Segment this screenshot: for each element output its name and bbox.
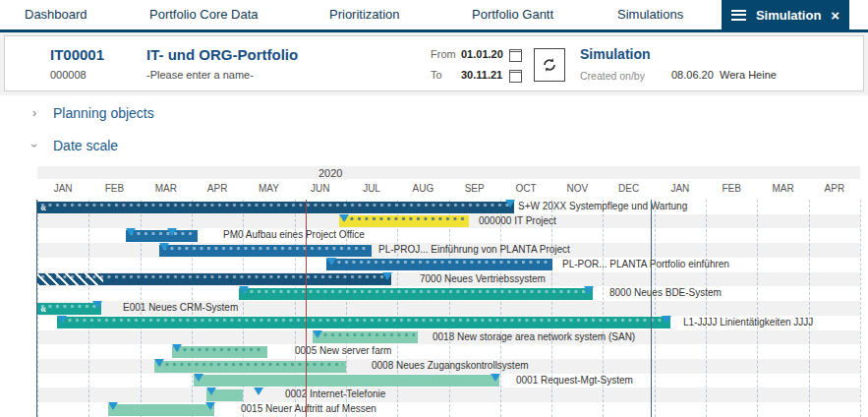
tab-simulation-active[interactable]: Simulation × xyxy=(722,0,849,30)
gantt-bar[interactable] xyxy=(172,346,267,358)
milestone-marker[interactable] xyxy=(159,243,169,251)
planning-objects-label: Planning objects xyxy=(53,105,154,121)
month-label: MAR xyxy=(757,182,808,196)
year-band xyxy=(37,166,860,179)
milestone-marker[interactable] xyxy=(313,330,322,338)
nav-item-prioritization[interactable]: Prioritization xyxy=(329,0,400,30)
gantt-bar[interactable] xyxy=(326,259,552,270)
month-label: APR xyxy=(192,182,243,196)
gantt-bar-label: 7000 Neues Vertriebssystem xyxy=(420,272,546,287)
milestone-marker[interactable] xyxy=(172,344,182,352)
month-label: SEP xyxy=(449,182,500,196)
milestone-marker[interactable] xyxy=(339,214,349,222)
gantt-bar[interactable] xyxy=(108,404,214,416)
created-by: Wera Heine xyxy=(720,69,777,81)
portfolio-name: IT- und ORG-Portfolio xyxy=(146,46,298,63)
gantt-bar[interactable] xyxy=(57,317,670,328)
month-label: DEC xyxy=(603,182,654,196)
gantt-bar[interactable] xyxy=(194,375,499,387)
month-label: NOV xyxy=(551,182,603,196)
gantt-bar[interactable] xyxy=(126,230,198,242)
chevron-down-icon: › xyxy=(28,141,41,150)
to-date-value[interactable]: 30.11.21 xyxy=(461,69,502,81)
section-planning-objects[interactable]: › Planning objects xyxy=(29,105,154,121)
milestone-marker[interactable] xyxy=(108,402,118,410)
milestone-marker[interactable] xyxy=(205,402,215,410)
milestone-marker[interactable] xyxy=(57,316,67,324)
date-scale-label: Date scale xyxy=(53,138,118,153)
today-line xyxy=(306,200,307,417)
from-date-value[interactable]: 01.01.20 xyxy=(461,48,503,60)
month-label: AUG xyxy=(397,182,448,196)
month-gridline xyxy=(860,200,861,417)
month-gridline xyxy=(706,200,707,417)
year-boundary-line xyxy=(651,200,652,417)
calendar-icon-from[interactable] xyxy=(509,49,522,62)
gantt-bar[interactable] xyxy=(239,288,593,300)
gantt-bar-label: S+W 20XX Systempflege und Wartung xyxy=(518,200,687,214)
month-label: MAR xyxy=(141,182,192,196)
year-label: 2020 xyxy=(318,167,342,179)
close-icon[interactable]: × xyxy=(831,8,839,23)
calendar-icon-to[interactable] xyxy=(509,70,522,83)
gantt-bar-label: PL-POR... PLANTA Portfolio einführen xyxy=(562,258,729,272)
gantt-bar[interactable] xyxy=(313,331,418,343)
milestone-marker[interactable] xyxy=(206,387,216,395)
milestone-marker[interactable] xyxy=(167,228,177,236)
gantt-bar[interactable] xyxy=(154,361,346,373)
milestone-marker[interactable] xyxy=(584,286,594,294)
portfolio-name-placeholder[interactable]: -Please enter a name- xyxy=(146,69,254,81)
top-nav: Dashboard Portfolio Core Data Prioritiza… xyxy=(0,0,868,32)
milestone-marker[interactable] xyxy=(254,387,263,395)
month-label: FEB xyxy=(88,182,140,196)
gantt-bar-label: 0002 Internet-Telefonie xyxy=(285,387,385,402)
portfolio-sub-id: 000008 xyxy=(50,69,87,81)
month-gridline xyxy=(655,200,656,417)
portfolio-id: IT00001 xyxy=(50,46,104,63)
chart-left-border xyxy=(36,200,37,417)
milestone-marker[interactable] xyxy=(154,359,164,367)
milestone-marker[interactable] xyxy=(126,228,136,236)
hamburger-icon[interactable] xyxy=(731,10,746,21)
gantt-bar-label: 000000 IT Project xyxy=(479,214,556,229)
gantt-bar[interactable] xyxy=(37,273,391,285)
month-label: JUL xyxy=(346,182,397,196)
chevron-right-icon: › xyxy=(29,106,39,120)
portfolio-header-card: IT00001 000008 IT- und ORG-Portfolio -Pl… xyxy=(4,35,864,91)
month-gridline xyxy=(809,200,810,417)
gantt-bar-label: 0018 New storage area network system (SA… xyxy=(433,330,635,345)
simulation-title: Simulation xyxy=(580,46,651,62)
hatched-segment xyxy=(37,273,103,285)
gantt-bar-label: PM0 Aufbau eines Project Office xyxy=(223,228,365,243)
milestone-marker[interactable] xyxy=(194,374,203,382)
section-date-scale[interactable]: › Date scale xyxy=(29,138,118,153)
app-window: Dashboard Portfolio Core Data Prioritiza… xyxy=(0,0,868,417)
active-tab-label: Simulation xyxy=(755,8,822,23)
milestone-marker[interactable] xyxy=(662,316,671,324)
nav-item-simulations[interactable]: Simulations xyxy=(617,0,683,30)
milestone-marker[interactable] xyxy=(505,200,515,208)
gantt-bar[interactable] xyxy=(159,245,372,257)
from-label: From xyxy=(431,48,456,60)
milestone-marker[interactable] xyxy=(491,374,500,382)
month-label: JAN xyxy=(655,182,706,196)
refresh-button[interactable] xyxy=(534,48,565,82)
milestone-marker[interactable] xyxy=(326,258,336,266)
created-date: 08.06.20 xyxy=(671,69,714,81)
gantt-bar[interactable] xyxy=(339,215,469,227)
month-label: JAN xyxy=(37,182,88,196)
scroll-left-icon: « xyxy=(40,303,45,315)
milestone-marker[interactable] xyxy=(239,286,249,294)
gantt-bar-label: 0005 New server farm xyxy=(295,344,391,359)
nav-item-dashboard[interactable]: Dashboard xyxy=(25,0,87,30)
created-label: Created on/by xyxy=(580,70,645,82)
month-label: MAY xyxy=(243,182,294,196)
nav-item-portfolio-gantt[interactable]: Portfolio Gantt xyxy=(472,0,553,30)
milestone-marker[interactable] xyxy=(92,301,102,309)
milestone-marker[interactable] xyxy=(382,272,392,280)
gantt-bar-label: E001 Neues CRM-System xyxy=(123,301,238,316)
gantt-bar-label: 8000 Neues BDE-System xyxy=(609,286,722,301)
month-gridline xyxy=(757,200,758,417)
nav-item-portfolio-core-data[interactable]: Portfolio Core Data xyxy=(149,0,259,30)
gantt-bar[interactable]: « xyxy=(37,202,514,213)
